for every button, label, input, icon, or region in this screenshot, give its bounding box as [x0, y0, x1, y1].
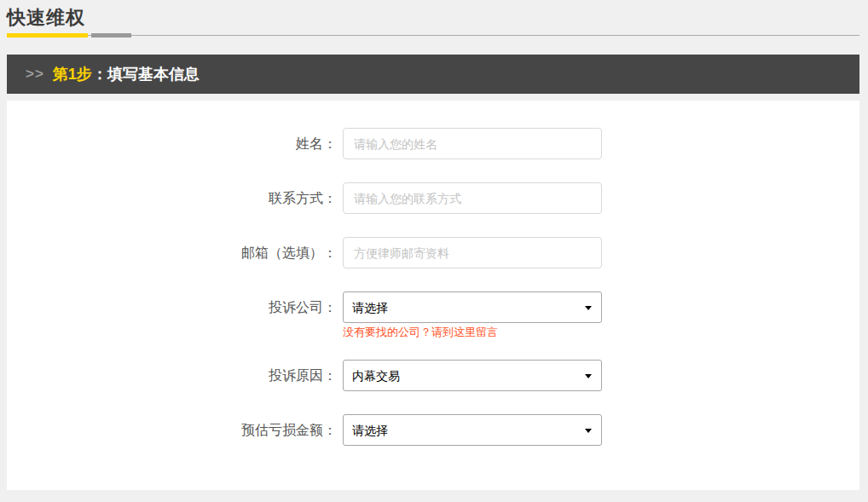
page-content: 快速维权 >> 第1步 ：填写基本信息 姓名： 联系方式： 邮箱（选填）： 投诉…	[7, 0, 859, 490]
company-note-link[interactable]: 没有要找的公司？请到这里留言	[343, 326, 602, 339]
contact-label: 联系方式：	[7, 182, 337, 214]
name-input[interactable]	[343, 128, 602, 159]
form-row-name: 姓名：	[7, 128, 859, 159]
contact-input[interactable]	[343, 182, 602, 214]
double-chevron-icon: >>	[26, 66, 44, 83]
form-row-loss-amount: 预估亏损金额： 请选择	[7, 414, 859, 446]
form-row-reason: 投诉原因： 内幕交易	[7, 360, 859, 391]
form-row-contact: 联系方式：	[7, 182, 859, 214]
step-banner: >> 第1步 ：填写基本信息	[7, 55, 859, 94]
company-field-group: 请选择 没有要找的公司？请到这里留言	[343, 291, 602, 339]
step-title-label: ：填写基本信息	[92, 64, 200, 84]
email-input[interactable]	[343, 237, 602, 268]
form-row-company: 投诉公司： 请选择 没有要找的公司？请到这里留言	[7, 291, 859, 339]
email-label: 邮箱（选填）：	[7, 237, 337, 268]
reason-select[interactable]: 内幕交易	[343, 360, 602, 391]
name-label: 姓名：	[7, 128, 337, 159]
reason-select-wrap: 内幕交易	[343, 360, 602, 391]
title-accent-bar-gray	[91, 33, 131, 38]
title-accent-bar-yellow	[7, 33, 88, 38]
step-number-label: 第1步	[53, 64, 92, 84]
loss-amount-select-wrap: 请选择	[343, 414, 602, 446]
form-row-email: 邮箱（选填）：	[7, 237, 859, 268]
company-select-wrap: 请选择	[343, 291, 602, 323]
company-label: 投诉公司：	[7, 291, 337, 323]
title-rule-line	[7, 35, 859, 36]
title-underline	[7, 33, 859, 38]
page-title: 快速维权	[7, 6, 859, 30]
loss-amount-select[interactable]: 请选择	[343, 414, 602, 446]
loss-amount-label: 预估亏损金额：	[7, 414, 337, 446]
reason-label: 投诉原因：	[7, 360, 337, 391]
company-select[interactable]: 请选择	[343, 291, 602, 323]
form-panel: 姓名： 联系方式： 邮箱（选填）： 投诉公司： 请选择 没有要找的公司？请到这里…	[7, 101, 859, 490]
